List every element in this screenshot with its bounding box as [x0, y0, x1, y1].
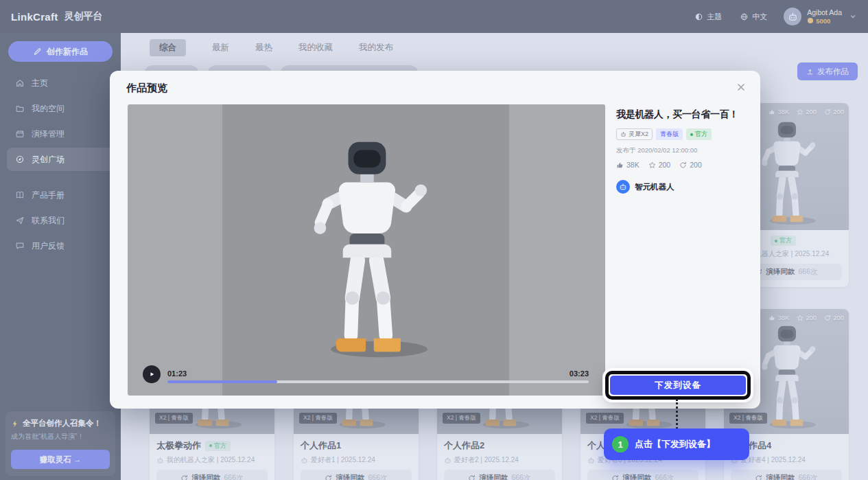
play-icon	[148, 370, 156, 378]
modal-title: 作品预览	[126, 82, 167, 95]
video-stage: 01:23 03:23	[128, 104, 605, 396]
robot-avatar-icon	[619, 183, 627, 191]
seek-fill	[167, 380, 277, 383]
work-title: 我是机器人，买一台省一百！	[616, 108, 748, 121]
author-name: 智元机器人	[635, 182, 675, 192]
video-frame	[222, 104, 509, 396]
publish-date: 发布于 2020/02/02 12:00:00	[616, 146, 748, 155]
tutorial-tooltip: 1 点击【下发到设备】	[604, 428, 749, 460]
robot-icon	[620, 131, 626, 137]
seek-bar[interactable]	[167, 380, 589, 383]
edition-badge: 青春版	[656, 128, 683, 140]
star-icon	[648, 161, 656, 169]
current-time: 01:23	[167, 369, 187, 378]
work-info-panel: 我是机器人，买一台省一百！ 灵犀X2 青春版 官方 发布于 2020/02/02…	[616, 108, 748, 194]
robot-illustration	[285, 134, 447, 363]
play-button[interactable]	[143, 365, 161, 383]
work-stats: 38K 200 200	[616, 161, 748, 169]
tutorial-spotlight: 下发到设备	[605, 371, 751, 400]
share-icon	[679, 161, 687, 169]
work-preview-modal: 作品预览 01:23 03:23 我是机器人，买一台省一百！ 灵犀X2 青	[110, 71, 760, 409]
model-badge: 灵犀X2	[616, 128, 653, 140]
tutorial-label: 点击【下发到设备】	[635, 438, 715, 450]
shares-stat[interactable]: 200	[679, 161, 702, 169]
total-time: 03:23	[570, 369, 589, 378]
like-icon	[616, 161, 624, 169]
official-badge: 官方	[686, 128, 712, 140]
close-icon[interactable]	[736, 82, 747, 93]
tutorial-step-number: 1	[612, 436, 629, 453]
send-to-device-button[interactable]: 下发到设备	[610, 376, 746, 395]
likes-stat[interactable]: 38K	[616, 161, 640, 169]
tutorial-connector-line	[676, 399, 678, 429]
author-avatar	[616, 180, 630, 194]
app-root: LinkCraft 灵创平台 主题 中文 Agibot Ada 5000 创作新…	[0, 0, 868, 480]
stars-stat[interactable]: 200	[648, 161, 671, 169]
author-row[interactable]: 智元机器人	[616, 180, 748, 194]
